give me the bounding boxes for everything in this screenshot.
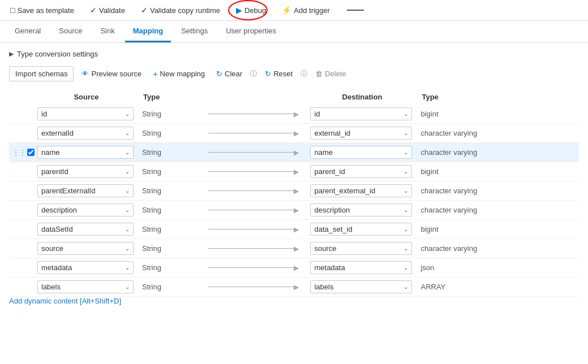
arrow-head-icon: ▶ [294, 149, 299, 157]
new-mapping-button[interactable]: + New mapping [149, 67, 208, 81]
source-value: description [41, 206, 77, 214]
destination-select[interactable]: data_set_id ⌄ [310, 223, 412, 236]
dest-type-cell: ARRAY [417, 278, 579, 297]
preview-source-button[interactable]: 👁 Preview source [78, 67, 145, 81]
source-select[interactable]: source ⌄ [37, 242, 134, 255]
chevron-down-icon: ⌄ [404, 188, 408, 194]
top-toolbar: □ Save as template ✓ Validate ✓ Validate… [0, 0, 588, 21]
destination-select[interactable]: description ⌄ [310, 203, 412, 216]
destination-select[interactable]: external_id ⌄ [310, 127, 412, 140]
type-cell: String [139, 162, 205, 181]
check-copy-icon: ✓ [141, 6, 148, 15]
dest-type-cell: character varying [417, 239, 579, 258]
table-row: source ⌄ String ▶ source ⌄ character var… [9, 239, 579, 258]
chevron-down-icon: ⌄ [125, 188, 130, 194]
destination-select[interactable]: parent_external_id ⌄ [310, 184, 412, 197]
type-column-header: Type [139, 89, 205, 105]
dest-type-cell: bigint [417, 220, 579, 239]
dest-value: name [314, 148, 333, 157]
type-cell: String [139, 239, 205, 258]
table-row: id ⌄ String ▶ id ⌄ bigint [9, 105, 579, 124]
content-area: ▶ Type conversion settings Import schema… [0, 43, 588, 312]
refresh-clear-icon: ↻ [216, 70, 222, 78]
add-trigger-button[interactable]: ⚡ Add trigger [278, 3, 333, 17]
type-cell: String [139, 278, 205, 297]
type-cell: String [139, 201, 205, 220]
source-value: id [41, 110, 47, 118]
arrow-head-icon: ▶ [294, 245, 299, 253]
dest-type-cell: character varying [417, 181, 579, 201]
source-select[interactable]: parentId ⌄ [37, 165, 134, 178]
type-conversion-toggle[interactable]: ▶ Type conversion settings [9, 50, 579, 58]
chevron-down-icon: ⌄ [125, 226, 130, 232]
arrow-line [208, 152, 294, 153]
source-select[interactable]: parentExternalId ⌄ [37, 184, 134, 197]
clear-button[interactable]: ↻ Clear [213, 67, 246, 81]
destination-select[interactable]: id ⌄ [310, 107, 412, 120]
source-select[interactable]: name ⌄ [37, 146, 134, 159]
destination-select[interactable]: source ⌄ [310, 242, 412, 255]
source-select[interactable]: metadata ⌄ [37, 261, 134, 274]
chevron-down-icon: ⌄ [125, 130, 130, 136]
tab-settings[interactable]: Settings [173, 21, 216, 42]
mapping-arrow: ▶ [208, 187, 299, 195]
source-select[interactable]: externalId ⌄ [37, 127, 134, 140]
source-select[interactable]: dataSetId ⌄ [37, 223, 134, 236]
chevron-down-icon: ⌄ [125, 207, 130, 213]
destination-select[interactable]: parent_id ⌄ [310, 165, 412, 178]
source-select[interactable]: description ⌄ [37, 203, 134, 216]
destination-select[interactable]: metadata ⌄ [310, 261, 412, 274]
tab-user-properties[interactable]: User properties [218, 21, 284, 42]
source-value: parentId [41, 167, 68, 176]
check-icon: ✓ [90, 6, 97, 15]
mapping-arrow: ▶ [208, 245, 299, 253]
chevron-down-icon: ⌄ [125, 265, 130, 271]
destination-column-header: Destination [307, 89, 417, 105]
arrow-line [208, 133, 294, 133]
chevron-down-icon: ⌄ [404, 149, 408, 155]
source-value: metadata [41, 263, 72, 272]
tab-sink[interactable]: Sink [92, 21, 122, 42]
import-schemas-button[interactable]: Import schemas [9, 66, 74, 81]
dest-value: id [314, 110, 320, 118]
add-dynamic-content-link[interactable]: Add dynamic content [Alt+Shift+D] [9, 297, 121, 305]
mapping-arrow: ▶ [208, 264, 299, 272]
chevron-down-icon: ⌄ [125, 284, 130, 290]
arrow-head-icon: ▶ [294, 187, 299, 195]
mapping-toolbar: Import schemas 👁 Preview source + New ma… [9, 66, 579, 81]
dest-value: parent_id [314, 167, 345, 176]
source-value: parentExternalId [41, 187, 95, 195]
play-icon: ▶ [236, 6, 242, 15]
row-checkbox[interactable] [27, 149, 35, 156]
source-value: labels [41, 283, 61, 291]
dest-type-cell: bigint [417, 162, 579, 181]
source-select[interactable]: labels ⌄ [37, 280, 134, 293]
source-select[interactable]: id ⌄ [37, 107, 134, 120]
chevron-down-icon: ⌄ [404, 207, 408, 213]
toolbar-divider [347, 10, 364, 11]
debug-button[interactable]: ▶ Debug [233, 3, 269, 17]
dest-value: metadata [314, 263, 345, 272]
delete-button[interactable]: 🗑 Delete [312, 67, 350, 81]
dest-type-cell: json [417, 258, 579, 278]
drag-handle-icon[interactable]: ⋮⋮ [12, 149, 26, 157]
destination-select[interactable]: name ⌄ [310, 146, 412, 159]
source-value: externalId [41, 129, 74, 137]
arrow-line [208, 210, 294, 210]
tab-general[interactable]: General [7, 21, 49, 42]
destination-select[interactable]: labels ⌄ [310, 280, 412, 293]
chevron-down-icon: ⌄ [125, 245, 130, 252]
chevron-right-icon: ▶ [9, 50, 14, 58]
save-as-template-button[interactable]: □ Save as template [7, 3, 78, 17]
validate-button[interactable]: ✓ Validate [87, 3, 128, 17]
tab-mapping[interactable]: Mapping [125, 21, 171, 42]
preview-icon: 👁 [81, 70, 89, 78]
reset-button[interactable]: ↻ Reset [261, 67, 296, 81]
mapping-arrow: ▶ [208, 168, 299, 176]
tab-source[interactable]: Source [51, 21, 90, 42]
mapping-arrow: ▶ [208, 129, 299, 137]
table-row: parentId ⌄ String ▶ parent_id ⌄ bigint [9, 162, 579, 181]
validate-copy-button[interactable]: ✓ Validate copy runtime [138, 3, 224, 17]
dest-type-cell: character varying [417, 143, 579, 162]
source-column-header: Source [34, 89, 139, 105]
